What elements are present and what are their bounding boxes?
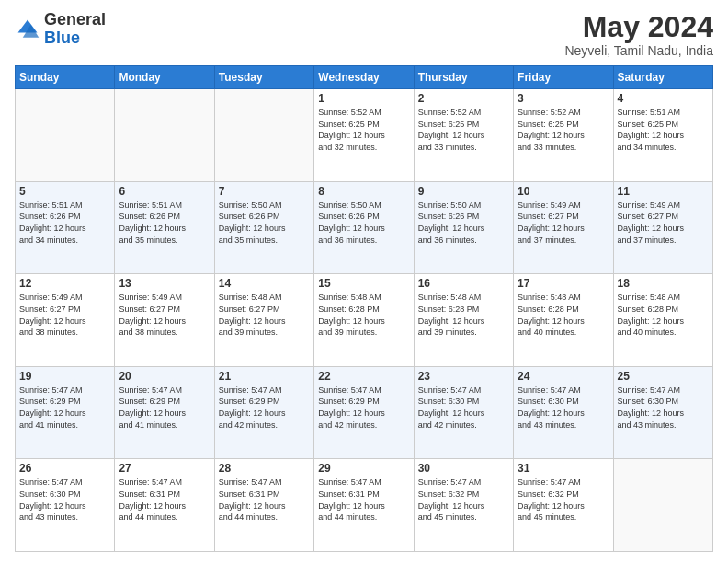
calendar-day-cell — [214, 89, 313, 182]
calendar-day-cell: 8Sunrise: 5:50 AM Sunset: 6:26 PM Daylig… — [314, 181, 414, 274]
day-info: Sunrise: 5:47 AM Sunset: 6:30 PM Dayligh… — [418, 385, 509, 431]
calendar-header-row: Sunday Monday Tuesday Wednesday Thursday… — [16, 66, 713, 89]
calendar-week-row: 12Sunrise: 5:49 AM Sunset: 6:27 PM Dayli… — [16, 274, 713, 367]
day-number: 18 — [618, 277, 709, 290]
calendar-day-cell: 11Sunrise: 5:49 AM Sunset: 6:27 PM Dayli… — [613, 181, 712, 274]
day-info: Sunrise: 5:48 AM Sunset: 6:28 PM Dayligh… — [418, 292, 509, 338]
day-info: Sunrise: 5:48 AM Sunset: 6:28 PM Dayligh… — [618, 292, 709, 338]
day-info: Sunrise: 5:47 AM Sunset: 6:31 PM Dayligh… — [219, 477, 310, 523]
day-number: 19 — [19, 370, 110, 383]
day-number: 30 — [418, 462, 509, 475]
calendar-table: Sunday Monday Tuesday Wednesday Thursday… — [15, 65, 713, 552]
day-info: Sunrise: 5:47 AM Sunset: 6:29 PM Dayligh… — [19, 385, 110, 431]
calendar-day-cell — [16, 89, 115, 182]
day-info: Sunrise: 5:51 AM Sunset: 6:25 PM Dayligh… — [618, 107, 709, 153]
day-number: 24 — [518, 370, 609, 383]
day-number: 15 — [318, 277, 409, 290]
calendar-day-cell: 16Sunrise: 5:48 AM Sunset: 6:28 PM Dayli… — [414, 274, 513, 367]
day-number: 17 — [518, 277, 609, 290]
day-number: 5 — [19, 185, 110, 198]
day-number: 20 — [119, 370, 210, 383]
calendar-day-cell: 21Sunrise: 5:47 AM Sunset: 6:29 PM Dayli… — [214, 366, 313, 459]
day-info: Sunrise: 5:47 AM Sunset: 6:30 PM Dayligh… — [518, 385, 609, 431]
col-friday: Friday — [514, 66, 613, 89]
col-tuesday: Tuesday — [214, 66, 313, 89]
header: General Blue May 2024 Neyveli, Tamil Nad… — [15, 11, 713, 58]
calendar-day-cell: 1Sunrise: 5:52 AM Sunset: 6:25 PM Daylig… — [314, 89, 414, 182]
day-number: 6 — [119, 185, 210, 198]
calendar-day-cell: 5Sunrise: 5:51 AM Sunset: 6:26 PM Daylig… — [16, 181, 115, 274]
calendar-day-cell: 13Sunrise: 5:49 AM Sunset: 6:27 PM Dayli… — [115, 274, 214, 367]
col-wednesday: Wednesday — [314, 66, 414, 89]
calendar-day-cell: 4Sunrise: 5:51 AM Sunset: 6:25 PM Daylig… — [613, 89, 712, 182]
day-info: Sunrise: 5:49 AM Sunset: 6:27 PM Dayligh… — [119, 292, 210, 338]
day-number: 16 — [418, 277, 509, 290]
day-info: Sunrise: 5:52 AM Sunset: 6:25 PM Dayligh… — [318, 107, 409, 153]
calendar-day-cell: 10Sunrise: 5:49 AM Sunset: 6:27 PM Dayli… — [514, 181, 613, 274]
day-info: Sunrise: 5:47 AM Sunset: 6:29 PM Dayligh… — [318, 385, 409, 431]
calendar-day-cell: 15Sunrise: 5:48 AM Sunset: 6:28 PM Dayli… — [314, 274, 414, 367]
calendar-day-cell: 3Sunrise: 5:52 AM Sunset: 6:25 PM Daylig… — [514, 89, 613, 182]
day-number: 23 — [418, 370, 509, 383]
calendar-day-cell: 2Sunrise: 5:52 AM Sunset: 6:25 PM Daylig… — [414, 89, 513, 182]
calendar-day-cell: 19Sunrise: 5:47 AM Sunset: 6:29 PM Dayli… — [16, 366, 115, 459]
day-info: Sunrise: 5:50 AM Sunset: 6:26 PM Dayligh… — [318, 200, 409, 246]
calendar-day-cell: 23Sunrise: 5:47 AM Sunset: 6:30 PM Dayli… — [414, 366, 513, 459]
calendar-day-cell: 18Sunrise: 5:48 AM Sunset: 6:28 PM Dayli… — [613, 274, 712, 367]
calendar-day-cell: 6Sunrise: 5:51 AM Sunset: 6:26 PM Daylig… — [115, 181, 214, 274]
calendar-day-cell: 17Sunrise: 5:48 AM Sunset: 6:28 PM Dayli… — [514, 274, 613, 367]
calendar-day-cell: 28Sunrise: 5:47 AM Sunset: 6:31 PM Dayli… — [214, 459, 313, 552]
day-info: Sunrise: 5:48 AM Sunset: 6:28 PM Dayligh… — [318, 292, 409, 338]
calendar-day-cell: 27Sunrise: 5:47 AM Sunset: 6:31 PM Dayli… — [115, 459, 214, 552]
day-number: 12 — [19, 277, 110, 290]
day-info: Sunrise: 5:52 AM Sunset: 6:25 PM Dayligh… — [518, 107, 609, 153]
logo: General Blue — [15, 11, 106, 48]
calendar-day-cell: 25Sunrise: 5:47 AM Sunset: 6:30 PM Dayli… — [613, 366, 712, 459]
calendar-day-cell: 20Sunrise: 5:47 AM Sunset: 6:29 PM Dayli… — [115, 366, 214, 459]
logo-text: General Blue — [44, 11, 106, 48]
day-info: Sunrise: 5:49 AM Sunset: 6:27 PM Dayligh… — [618, 200, 709, 246]
calendar-day-cell: 29Sunrise: 5:47 AM Sunset: 6:31 PM Dayli… — [314, 459, 414, 552]
calendar-day-cell: 31Sunrise: 5:47 AM Sunset: 6:32 PM Dayli… — [514, 459, 613, 552]
day-info: Sunrise: 5:47 AM Sunset: 6:31 PM Dayligh… — [318, 477, 409, 523]
calendar-week-row: 1Sunrise: 5:52 AM Sunset: 6:25 PM Daylig… — [16, 89, 713, 182]
day-info: Sunrise: 5:47 AM Sunset: 6:32 PM Dayligh… — [418, 477, 509, 523]
calendar-day-cell: 7Sunrise: 5:50 AM Sunset: 6:26 PM Daylig… — [214, 181, 313, 274]
day-info: Sunrise: 5:47 AM Sunset: 6:29 PM Dayligh… — [119, 385, 210, 431]
day-info: Sunrise: 5:51 AM Sunset: 6:26 PM Dayligh… — [19, 200, 110, 246]
day-number: 26 — [19, 462, 110, 475]
calendar-day-cell: 9Sunrise: 5:50 AM Sunset: 6:26 PM Daylig… — [414, 181, 513, 274]
day-info: Sunrise: 5:50 AM Sunset: 6:26 PM Dayligh… — [418, 200, 509, 246]
day-number: 13 — [119, 277, 210, 290]
day-info: Sunrise: 5:48 AM Sunset: 6:27 PM Dayligh… — [219, 292, 310, 338]
col-sunday: Sunday — [16, 66, 115, 89]
day-number: 7 — [219, 185, 310, 198]
day-number: 28 — [219, 462, 310, 475]
calendar-week-row: 5Sunrise: 5:51 AM Sunset: 6:26 PM Daylig… — [16, 181, 713, 274]
day-number: 27 — [119, 462, 210, 475]
calendar-day-cell: 22Sunrise: 5:47 AM Sunset: 6:29 PM Dayli… — [314, 366, 414, 459]
title-block: May 2024 Neyveli, Tamil Nadu, India — [564, 11, 713, 58]
calendar-day-cell: 26Sunrise: 5:47 AM Sunset: 6:30 PM Dayli… — [16, 459, 115, 552]
day-number: 22 — [318, 370, 409, 383]
title-month: May 2024 — [564, 11, 713, 43]
day-number: 11 — [618, 185, 709, 198]
calendar-week-row: 26Sunrise: 5:47 AM Sunset: 6:30 PM Dayli… — [16, 459, 713, 552]
day-info: Sunrise: 5:47 AM Sunset: 6:30 PM Dayligh… — [19, 477, 110, 523]
day-number: 10 — [518, 185, 609, 198]
day-info: Sunrise: 5:49 AM Sunset: 6:27 PM Dayligh… — [19, 292, 110, 338]
page: General Blue May 2024 Neyveli, Tamil Nad… — [0, 0, 728, 563]
calendar-day-cell: 30Sunrise: 5:47 AM Sunset: 6:32 PM Dayli… — [414, 459, 513, 552]
calendar-day-cell: 24Sunrise: 5:47 AM Sunset: 6:30 PM Dayli… — [514, 366, 613, 459]
day-info: Sunrise: 5:47 AM Sunset: 6:31 PM Dayligh… — [119, 477, 210, 523]
day-number: 2 — [418, 92, 509, 105]
calendar-week-row: 19Sunrise: 5:47 AM Sunset: 6:29 PM Dayli… — [16, 366, 713, 459]
day-info: Sunrise: 5:51 AM Sunset: 6:26 PM Dayligh… — [119, 200, 210, 246]
day-number: 14 — [219, 277, 310, 290]
day-number: 25 — [618, 370, 709, 383]
day-info: Sunrise: 5:49 AM Sunset: 6:27 PM Dayligh… — [518, 200, 609, 246]
col-saturday: Saturday — [613, 66, 712, 89]
col-monday: Monday — [115, 66, 214, 89]
logo-general: General — [44, 10, 106, 29]
day-info: Sunrise: 5:47 AM Sunset: 6:32 PM Dayligh… — [518, 477, 609, 523]
